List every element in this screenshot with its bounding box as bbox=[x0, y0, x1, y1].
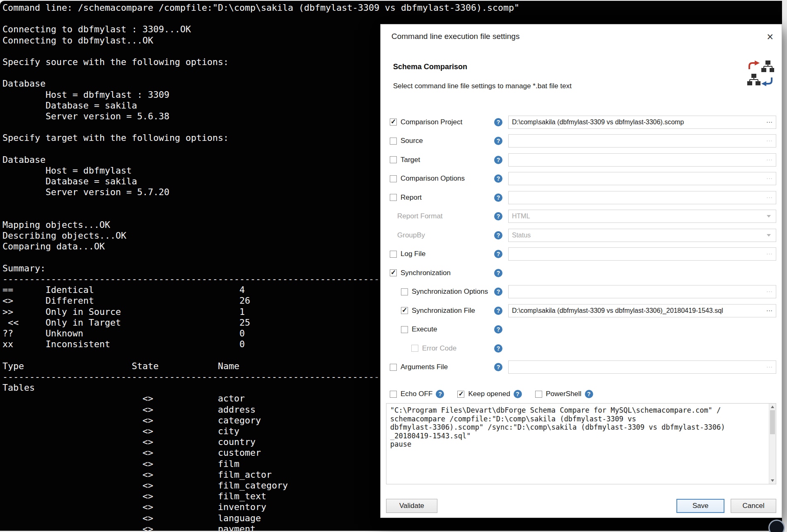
report-checkbox[interactable] bbox=[390, 194, 397, 201]
target-label: Target bbox=[401, 156, 420, 164]
arguments-file-checkbox[interactable] bbox=[390, 364, 397, 371]
source-label: Source bbox=[401, 137, 423, 145]
browse-button[interactable]: ... bbox=[763, 154, 776, 163]
error-code-checkbox[interactable] bbox=[411, 345, 418, 352]
help-icon[interactable]: ? bbox=[494, 307, 502, 315]
synchronization-file-label: Synchronization File bbox=[412, 307, 475, 315]
report-format-value: HTML bbox=[512, 213, 767, 220]
help-icon[interactable]: ? bbox=[494, 156, 502, 164]
help-icon[interactable]: ? bbox=[494, 250, 502, 258]
target-input[interactable]: ... bbox=[508, 153, 776, 167]
row-target: Target ? ... bbox=[390, 150, 776, 169]
bat-script-editor[interactable]: "C:\Program Files\Devart\dbForge Schema … bbox=[386, 403, 776, 484]
help-icon[interactable]: ? bbox=[494, 231, 502, 239]
execute-checkbox[interactable] bbox=[401, 326, 408, 333]
help-icon[interactable]: ? bbox=[494, 363, 502, 371]
comparison-project-checkbox[interactable] bbox=[390, 118, 397, 126]
synchronization-options-input[interactable]: ... bbox=[508, 285, 776, 298]
script-scrollbar[interactable] bbox=[769, 404, 776, 484]
help-icon[interactable]: ? bbox=[494, 269, 502, 277]
close-icon[interactable]: × bbox=[765, 32, 775, 42]
browse-button[interactable]: ... bbox=[763, 116, 776, 125]
powershell-label: PowerShell bbox=[546, 390, 582, 398]
groupby-value: Status bbox=[512, 232, 767, 239]
row-report: Report ? ... bbox=[390, 188, 776, 207]
help-icon[interactable]: ? bbox=[494, 137, 502, 145]
help-icon[interactable]: ? bbox=[494, 212, 502, 220]
groupby-select[interactable]: Status bbox=[508, 229, 776, 242]
comparison-project-input[interactable]: D:\comp\sakila (dbfmylast-3309 vs dbfmyl… bbox=[508, 116, 776, 129]
dialog-titlebar: Command line execution file settings × bbox=[381, 24, 782, 42]
report-input[interactable]: ... bbox=[508, 191, 776, 204]
comparison-options-label: Comparison Options bbox=[401, 174, 465, 183]
source-input[interactable]: ... bbox=[508, 134, 776, 148]
browse-button[interactable]: ... bbox=[763, 361, 776, 370]
browse-button[interactable]: ... bbox=[763, 191, 776, 201]
save-button[interactable]: Save bbox=[676, 499, 724, 513]
row-source: Source ? ... bbox=[390, 132, 776, 151]
scroll-down-icon[interactable] bbox=[771, 479, 774, 482]
row-groupby: GroupBy ? Status bbox=[390, 226, 776, 245]
browse-button[interactable]: ... bbox=[763, 248, 776, 257]
groupby-label: GroupBy bbox=[397, 231, 425, 239]
comparison-options-checkbox[interactable] bbox=[390, 175, 397, 182]
synchronization-options-label: Synchronization Options bbox=[412, 288, 488, 296]
echo-off-checkbox[interactable] bbox=[390, 391, 397, 398]
bat-options-row: Echo OFF ? Keep opened ? PowerShell ? bbox=[381, 377, 782, 399]
help-icon[interactable]: ? bbox=[494, 193, 502, 202]
dialog-subtitle: Select command line file settings to man… bbox=[393, 82, 771, 90]
browse-button[interactable]: ... bbox=[763, 305, 776, 314]
source-checkbox[interactable] bbox=[390, 138, 397, 145]
row-synchronization: Synchronization ? bbox=[390, 264, 776, 283]
page-title: Schema Comparison bbox=[393, 63, 771, 71]
dialog-header: Schema Comparison Select command line fi… bbox=[381, 42, 782, 90]
row-error-code: Error Code ? bbox=[390, 339, 776, 358]
browse-button[interactable]: ... bbox=[763, 285, 776, 295]
keep-opened-option: Keep opened ? bbox=[457, 390, 521, 398]
row-report-format: Report Format ? HTML bbox=[390, 207, 776, 226]
help-icon[interactable]: ? bbox=[585, 390, 593, 398]
synchronization-options-checkbox[interactable] bbox=[401, 288, 408, 295]
target-checkbox[interactable] bbox=[390, 156, 397, 163]
log-file-checkbox[interactable] bbox=[390, 251, 397, 258]
comparison-project-label: Comparison Project bbox=[401, 118, 462, 126]
powershell-checkbox[interactable] bbox=[535, 391, 542, 398]
keep-opened-label: Keep opened bbox=[468, 390, 510, 398]
browse-button[interactable]: ... bbox=[763, 135, 776, 144]
validate-button[interactable]: Validate bbox=[386, 499, 437, 513]
echo-off-label: Echo OFF bbox=[401, 390, 432, 398]
synchronization-file-checkbox[interactable] bbox=[401, 307, 408, 314]
row-arguments-file: Arguments File ? ... bbox=[390, 358, 776, 377]
help-icon[interactable]: ? bbox=[494, 118, 502, 126]
settings-rows: Comparison Project ? D:\comp\sakila (dbf… bbox=[381, 90, 782, 377]
arguments-file-input[interactable]: ... bbox=[508, 360, 776, 374]
log-file-input[interactable]: ... bbox=[508, 247, 776, 261]
report-label: Report bbox=[401, 193, 422, 202]
report-format-select[interactable]: HTML bbox=[508, 210, 776, 223]
help-icon[interactable]: ? bbox=[494, 344, 502, 353]
arguments-file-label: Arguments File bbox=[401, 363, 448, 371]
help-icon[interactable]: ? bbox=[494, 174, 502, 183]
keep-opened-checkbox[interactable] bbox=[457, 391, 464, 398]
help-icon[interactable]: ? bbox=[494, 325, 502, 334]
bat-script-text: "C:\Program Files\Devart\dbForge Schema … bbox=[386, 404, 776, 451]
comparison-options-input[interactable]: ... bbox=[508, 172, 776, 185]
execute-label: Execute bbox=[412, 325, 437, 334]
browse-button[interactable]: ... bbox=[763, 172, 776, 181]
help-icon[interactable]: ? bbox=[494, 288, 502, 296]
cancel-button[interactable]: Cancel bbox=[731, 499, 776, 513]
scroll-up-icon[interactable] bbox=[771, 406, 774, 408]
row-comparison-project: Comparison Project ? D:\comp\sakila (dbf… bbox=[390, 113, 776, 132]
help-icon[interactable]: ? bbox=[514, 390, 522, 398]
synchronization-file-input[interactable]: D:\comp\sakila (dbfmylast-3309 vs dbfmyl… bbox=[508, 304, 776, 317]
scroll-thumb[interactable] bbox=[770, 410, 775, 434]
chevron-down-icon bbox=[767, 234, 771, 237]
echo-off-option: Echo OFF ? bbox=[390, 390, 444, 398]
synchronization-checkbox[interactable] bbox=[390, 269, 397, 276]
powershell-option: PowerShell ? bbox=[535, 390, 593, 398]
row-comparison-options: Comparison Options ? ... bbox=[390, 169, 776, 189]
help-icon[interactable]: ? bbox=[436, 390, 444, 398]
row-execute: Execute ? bbox=[390, 320, 776, 339]
cursor-artifact bbox=[770, 521, 784, 532]
row-synchronization-options: Synchronization Options ? ... bbox=[390, 283, 776, 302]
